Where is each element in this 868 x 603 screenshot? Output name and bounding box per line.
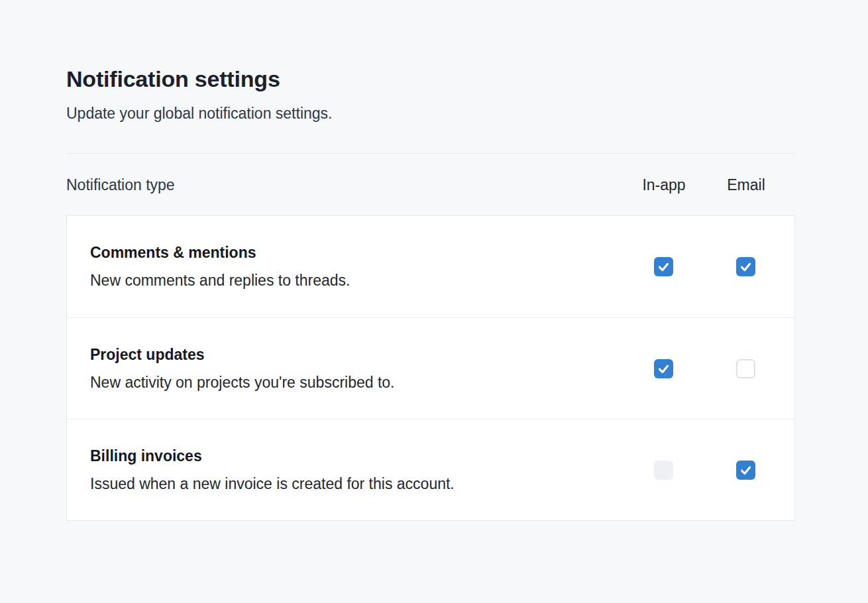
checkmark-icon	[657, 362, 671, 376]
checkmark-icon	[739, 463, 753, 477]
email-cell	[704, 461, 787, 480]
column-header-notification-type: Notification type	[66, 176, 623, 194]
in-app-checkbox[interactable]	[654, 359, 673, 378]
in-app-cell	[622, 257, 704, 276]
notification-row-billing-invoices: Billing invoices Issued when a new invoi…	[67, 419, 794, 520]
column-header-in-app: In-app	[623, 176, 705, 194]
in-app-cell	[622, 461, 704, 480]
row-title: Billing invoices	[90, 447, 622, 465]
table-column-headers: Notification type In-app Email	[66, 176, 795, 194]
notification-settings-card: Comments & mentions New comments and rep…	[66, 215, 795, 521]
column-header-email: Email	[705, 176, 787, 194]
section-divider	[66, 153, 795, 154]
in-app-checkbox[interactable]	[654, 257, 673, 276]
row-text: Project updates New activity on projects…	[90, 346, 622, 392]
in-app-checkbox	[654, 461, 673, 480]
email-checkbox[interactable]	[736, 461, 755, 480]
page-subtitle: Update your global notification settings…	[66, 105, 795, 123]
row-title: Project updates	[90, 346, 622, 364]
email-checkbox[interactable]	[736, 257, 755, 276]
email-cell	[704, 257, 787, 276]
row-description: New activity on projects you're subscrib…	[90, 374, 622, 392]
page-title: Notification settings	[66, 66, 795, 92]
row-description: New comments and replies to threads.	[90, 272, 622, 290]
row-text: Billing invoices Issued when a new invoi…	[90, 447, 622, 493]
row-title: Comments & mentions	[90, 244, 622, 262]
row-description: Issued when a new invoice is created for…	[90, 475, 622, 493]
in-app-cell	[622, 359, 704, 378]
email-checkbox[interactable]	[736, 359, 755, 378]
notification-row-comments-mentions: Comments & mentions New comments and rep…	[67, 216, 794, 317]
email-cell	[704, 359, 787, 378]
notification-row-project-updates: Project updates New activity on projects…	[67, 317, 794, 419]
checkmark-icon	[657, 260, 671, 274]
notification-settings-panel: Notification settings Update your global…	[66, 0, 795, 521]
row-text: Comments & mentions New comments and rep…	[90, 244, 622, 290]
checkmark-icon	[739, 260, 753, 274]
